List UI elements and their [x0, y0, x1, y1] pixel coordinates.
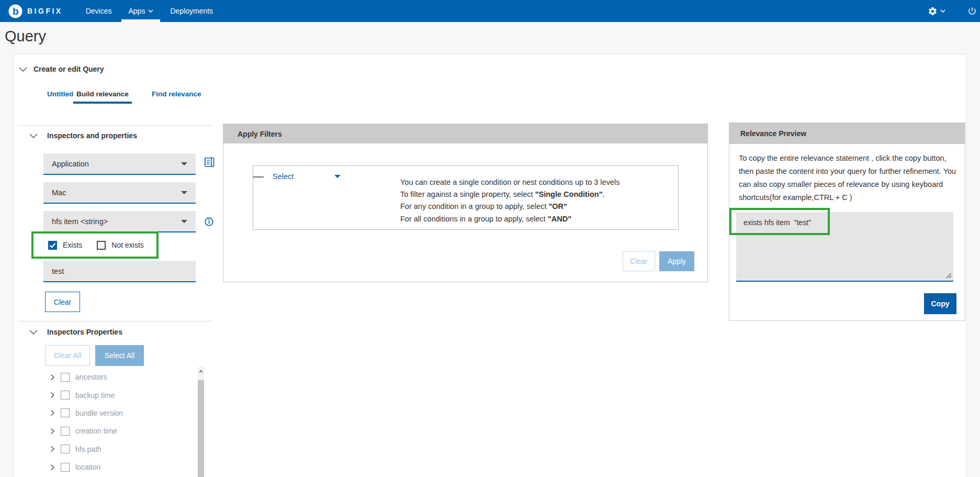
panel-title: Relevance Preview — [740, 129, 806, 138]
inspector-type-select[interactable]: Application — [43, 153, 196, 175]
tab-find-relevance[interactable]: Find relevance — [149, 88, 205, 101]
description-line: shortcuts(for example,CTRL + C ) — [739, 191, 963, 204]
tree-item-label: location — [75, 463, 100, 471]
exists-options-highlight: Exists Not exists — [31, 231, 159, 259]
select-value: hfs item <string> — [52, 217, 108, 226]
exists-checkbox[interactable] — [48, 241, 57, 250]
tree-item-checkbox[interactable] — [61, 373, 70, 382]
caret-down-icon — [181, 220, 187, 223]
platform-select[interactable]: Mac — [43, 182, 196, 204]
instruction-line: To filter against a single property, sel… — [400, 188, 619, 201]
tab-build-relevance[interactable]: Build relevance — [73, 88, 132, 101]
clear-button[interactable]: Clear — [45, 292, 80, 312]
description-line: To copy the entire relevance statement ,… — [739, 152, 963, 165]
check-icon — [48, 241, 57, 250]
not-exists-label: Not exists — [111, 241, 143, 249]
logout-button[interactable] — [967, 6, 977, 16]
tree-item-backup-time[interactable]: backup time — [50, 386, 192, 404]
filters-apply-button[interactable]: Apply — [659, 251, 694, 271]
tab-untitled[interactable]: Untitled — [44, 88, 76, 101]
tree-item-location[interactable]: location — [50, 458, 192, 476]
create-or-edit-query-header[interactable]: Create or edit Query — [19, 65, 104, 73]
condition-builder: Select You can create a single condition… — [253, 165, 679, 230]
main-menu: Devices Apps Deployments — [77, 0, 221, 22]
relevance-preview-panel: Relevance Preview To copy the entire rel… — [729, 123, 965, 321]
apply-filters-header: Apply Filters — [223, 124, 707, 143]
nav-item-label: Deployments — [170, 7, 213, 15]
chevron-right-icon — [50, 374, 55, 381]
inspectors-properties-header[interactable]: Inspectors Properties — [29, 328, 122, 336]
select-value: Select — [273, 172, 294, 181]
tree-connector — [253, 176, 264, 178]
condition-type-select[interactable]: Select — [273, 172, 341, 181]
relevance-preview-field: exists hfs item "test" — [736, 212, 953, 282]
bigfix-logo[interactable]: b BIGFIX — [8, 4, 63, 18]
copy-button[interactable]: Copy — [924, 293, 956, 314]
tree-item-checkbox[interactable] — [61, 408, 70, 417]
section-title: Inspectors and properties — [47, 131, 137, 140]
tree-item-creation-time[interactable]: creation time — [50, 422, 192, 440]
nav-item-devices[interactable]: Devices — [77, 0, 120, 22]
section-title: Inspectors Properties — [47, 328, 122, 336]
scroll-up-button[interactable] — [198, 367, 204, 374]
tree-item-checkbox[interactable] — [61, 445, 70, 453]
arrow-up-icon — [199, 370, 203, 372]
chevron-down-icon — [940, 9, 945, 13]
scrollbar-thumb[interactable] — [198, 380, 204, 477]
divider — [18, 321, 212, 321]
tree-item-checkbox[interactable] — [61, 463, 70, 472]
properties-tree: ancestors backup time bundle version cre… — [50, 368, 192, 476]
chevron-right-icon — [50, 428, 55, 435]
chevron-right-icon — [50, 464, 55, 471]
chevron-right-icon — [50, 446, 55, 452]
chevron-down-icon — [29, 330, 38, 335]
select-all-button[interactable]: Select All — [95, 345, 144, 366]
not-exists-option: Not exists — [97, 241, 143, 250]
select-value: Application — [52, 160, 89, 168]
tree-item-label: hfs path — [75, 445, 102, 453]
instruction-line: For any condition in a group to apply, s… — [400, 201, 619, 213]
tree-item-hfs-path[interactable]: hfs path — [50, 440, 192, 458]
description-line: can also copy smaller pieces of relevanc… — [739, 178, 963, 191]
relevance-description: To copy the entire relevance statement ,… — [739, 152, 963, 204]
clear-all-button[interactable]: Clear All — [45, 345, 90, 366]
tree-item-checkbox[interactable] — [61, 391, 70, 400]
section-title: Create or edit Query — [33, 65, 104, 73]
chevron-down-icon — [29, 134, 38, 138]
not-exists-checkbox[interactable] — [97, 241, 106, 250]
query-card: Create or edit Query Untitled Build rele… — [13, 54, 967, 477]
saved-properties-button[interactable] — [205, 157, 215, 168]
chevron-down-icon — [148, 9, 153, 13]
gear-icon — [928, 6, 938, 16]
caret-down-icon — [334, 175, 341, 178]
exists-label: Exists — [63, 241, 82, 249]
chevron-right-icon — [50, 392, 55, 398]
chevron-down-icon — [19, 67, 27, 72]
tree-item-checkbox[interactable] — [61, 427, 70, 436]
value-input[interactable] — [43, 261, 196, 282]
nav-item-deployments[interactable]: Deployments — [162, 0, 221, 22]
filters-clear-button[interactable]: Clear — [623, 251, 655, 271]
condition-instructions: You can create a single condition or nes… — [400, 176, 619, 225]
tree-item-ancestors[interactable]: ancestors — [50, 368, 192, 386]
tree-item-label: ancestors — [75, 373, 107, 381]
tree-item-label: bundle version — [75, 409, 123, 417]
nav-right-actions — [928, 6, 977, 16]
tree-scrollbar[interactable] — [198, 367, 204, 477]
instruction-line: For all conditions in a group to apply, … — [400, 213, 619, 225]
brand-name: BIGFIX — [27, 7, 63, 15]
instruction-line: You can create a single condition or nes… — [400, 176, 619, 188]
list-icon — [205, 157, 215, 168]
apply-filters-panel: Apply Filters Select You can create a si… — [223, 124, 708, 282]
info-button[interactable] — [205, 217, 213, 226]
nav-item-apps[interactable]: Apps — [120, 0, 162, 22]
panel-title: Apply Filters — [238, 130, 282, 138]
inspector-item-select[interactable]: hfs item <string> — [43, 211, 196, 232]
inspectors-and-properties-header[interactable]: Inspectors and properties — [29, 131, 137, 140]
select-value: Mac — [52, 188, 66, 197]
tree-item-bundle-version[interactable]: bundle version — [50, 404, 192, 422]
bigfix-logo-icon: b — [8, 4, 22, 18]
settings-menu[interactable] — [928, 6, 945, 16]
relevance-preview-textarea[interactable]: exists hfs item "test" — [736, 212, 953, 282]
tree-item-label: backup time — [75, 391, 115, 400]
